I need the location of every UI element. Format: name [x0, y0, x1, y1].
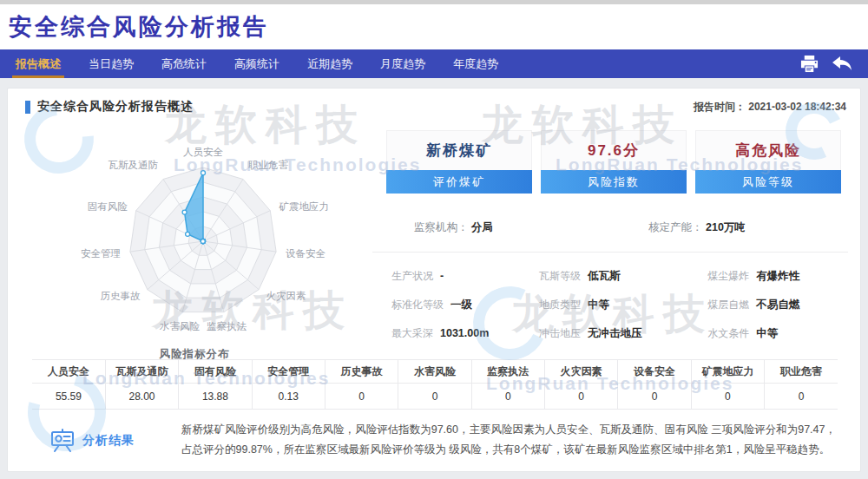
attr-coal-dust: 煤尘爆炸有爆炸性: [707, 269, 848, 284]
svg-text:瓦斯及通防: 瓦斯及通防: [108, 160, 159, 170]
supervision-agency: 监察机构： 分局: [414, 220, 493, 235]
table-header-cell: 设备安全: [618, 360, 691, 384]
table-cell: 0: [765, 384, 838, 410]
attr-gas-grade: 瓦斯等级低瓦斯: [539, 269, 707, 284]
table-cell: 0: [471, 384, 544, 410]
attr-rock-burst: 冲击地压无冲击地压: [539, 326, 707, 341]
table-header-row: 人员安全 瓦斯及通防 固有风险 安全管理 历史事故 水害风险 监察执法 火灾因素…: [32, 360, 838, 384]
table-cell: 13.88: [179, 384, 252, 410]
summary-card-mine: 新桥煤矿 评价煤矿: [386, 130, 532, 194]
tab-monthly-trend[interactable]: 月度趋势: [380, 49, 425, 78]
tab-report-overview[interactable]: 报告概述: [16, 49, 61, 78]
svg-text:安全管理: 安全管理: [81, 248, 121, 259]
table-cell: 55.59: [32, 384, 105, 410]
table-cell: 0: [691, 384, 764, 410]
attr-spontaneous-combustion: 煤层自燃不易自燃: [707, 298, 848, 312]
approved-capacity: 核定产能： 210万吨: [648, 220, 746, 235]
attr-production-status: 生产状况-: [391, 269, 539, 284]
report-time-label: 报告时间：: [694, 101, 746, 113]
risk-score: 97.6分: [541, 130, 687, 170]
table-header-cell: 水害风险: [398, 360, 471, 384]
info-top-row: 监察机构： 分局 核定产能： 210万吨: [372, 220, 848, 238]
summary-cards: 新桥煤矿 评价煤矿 97.6分 风险指数 高危风险 风险等级: [372, 130, 848, 194]
panel-divider: [372, 252, 848, 253]
analysis-text: 新桥煤矿风险评价级别为高危风险，风险评估指数为97.60，主要风险因素为人员安全…: [181, 420, 836, 460]
mine-attributes-grid: 生产状况- 瓦斯等级低瓦斯 煤尘爆炸有爆炸性 标准化等级一级 地质类型中等 煤层…: [391, 262, 848, 348]
svg-text:监察执法: 监察执法: [207, 321, 247, 331]
nav-bar: 报告概述 当日趋势 高危统计 高频统计 近期趋势 月度趋势 年度趋势: [0, 49, 868, 78]
table-header-cell: 矿震地应力: [691, 360, 764, 384]
table-header-cell: 火灾因素: [545, 360, 618, 384]
svg-text:固有风险: 固有风险: [88, 201, 128, 212]
table-row: 55.59 28.00 13.88 0.13 0 0 0 0 0 0 0: [32, 384, 838, 410]
table-cell: 0: [325, 384, 398, 410]
table-cell: 28.00: [105, 384, 178, 410]
back-icon[interactable]: [832, 55, 852, 74]
tab-highrisk-stats[interactable]: 高危统计: [161, 49, 207, 78]
table-cell: 0: [398, 384, 471, 410]
table-cell: 0: [545, 384, 618, 410]
svg-text:设备安全: 设备安全: [286, 248, 326, 259]
attr-max-depth: 最大采深1031.00m: [391, 326, 539, 341]
svg-text:火灾因素: 火灾因素: [266, 291, 306, 301]
mine-name: 新桥煤矿: [386, 130, 532, 170]
page-title: 安全综合风险分析报告: [9, 11, 269, 43]
attr-geology-type: 地质类型中等: [539, 298, 707, 312]
mine-name-label: 评价煤矿: [386, 170, 532, 194]
table-cell: 0: [618, 384, 691, 410]
table-cell: 0.13: [252, 384, 325, 410]
print-icon[interactable]: [799, 55, 819, 74]
mine-info-panel: 新桥煤矿 评价煤矿 97.6分 风险指数 高危风险 风险等级 监察机构： 分局 …: [372, 130, 848, 194]
table-header-cell: 历史事故: [325, 360, 398, 384]
svg-text:矿震地应力: 矿震地应力: [279, 201, 329, 212]
attr-standardization: 标准化等级一级: [391, 298, 539, 312]
table-header-cell: 瓦斯及通防: [105, 360, 178, 384]
attr-hydrology: 水文条件中等: [707, 326, 848, 341]
risk-score-label: 风险指数: [541, 170, 687, 194]
svg-text:历史事故: 历史事故: [100, 291, 141, 301]
svg-text:水害风险: 水害风险: [159, 321, 201, 331]
table-header-cell: 固有风险: [179, 360, 252, 384]
table-header-cell: 监察执法: [471, 360, 544, 384]
tab-yearly-trend[interactable]: 年度趋势: [453, 49, 498, 78]
report-card: 安全综合风险分析报告概述 报告时间： 2021-03-02 18:42:34 人…: [7, 88, 861, 472]
svg-text:职业危害: 职业危害: [248, 160, 289, 170]
report-time-value: 2021-03-02 18:42:34: [748, 101, 846, 113]
summary-card-score: 97.6分 风险指数: [541, 130, 687, 194]
title-bar: 安全综合风险分析报告: [0, 4, 868, 49]
radar-chart: 人员安全职业危害矿震地应力设备安全火灾因素监察执法水害风险历史事故安全管理固有风…: [30, 130, 359, 349]
risk-level-label: 风险等级: [695, 170, 841, 194]
section-bullet-icon: [25, 101, 30, 114]
tab-recent-trend[interactable]: 近期趋势: [307, 49, 352, 78]
section-header: 安全综合风险分析报告概述 报告时间： 2021-03-02 18:42:34: [25, 97, 846, 116]
table-header-cell: 人员安全: [32, 360, 105, 384]
section-title: 安全综合风险分析报告概述: [37, 99, 194, 115]
report-time: 报告时间： 2021-03-02 18:42:34: [694, 100, 846, 115]
svg-text:人员安全: 人员安全: [183, 147, 224, 157]
tab-daily-trend[interactable]: 当日趋势: [89, 49, 134, 78]
table-header-cell: 职业危害: [765, 360, 838, 384]
risk-score-table: 人员安全 瓦斯及通防 固有风险 安全管理 历史事故 水害风险 监察执法 火灾因素…: [32, 359, 838, 410]
risk-level: 高危风险: [695, 130, 841, 170]
presentation-board-icon: [49, 429, 76, 453]
summary-card-level: 高危风险 风险等级: [695, 130, 841, 194]
tab-highfreq-stats[interactable]: 高频统计: [234, 49, 279, 78]
table-header-cell: 安全管理: [252, 360, 325, 384]
analysis-result-label: 分析结果: [49, 429, 180, 453]
